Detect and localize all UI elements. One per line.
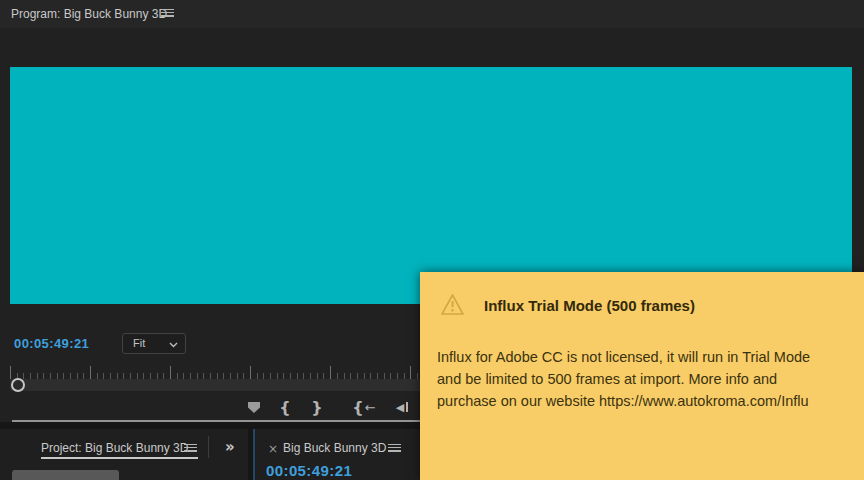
project-panel-menu-icon[interactable] <box>184 444 197 454</box>
go-to-in-icon: { <box>352 397 363 417</box>
popup-body: Influx for Adobe CC is not licensed, it … <box>437 346 864 412</box>
mark-out-button[interactable]: } <box>308 394 326 420</box>
left-arrow-icon: ← <box>365 400 376 415</box>
panel-menu-icon[interactable] <box>161 9 174 19</box>
mark-in-button[interactable]: { <box>276 394 294 420</box>
project-bin-item[interactable] <box>12 470 119 480</box>
popup-body-line: and be limited to 500 frames at import. … <box>437 368 864 390</box>
step-back-icon: ◀ <box>396 401 404 414</box>
influx-trial-popup: Influx Trial Mode (500 frames) Influx fo… <box>420 272 864 480</box>
zoom-level-select[interactable]: Fit <box>122 333 186 354</box>
tab-divider <box>208 436 209 458</box>
go-to-in-button[interactable]: { ← <box>350 394 378 420</box>
zoom-level-value: Fit <box>133 337 145 349</box>
popup-title: Influx Trial Mode (500 frames) <box>484 297 695 314</box>
mark-in-icon: { <box>279 398 290 417</box>
program-video-frame <box>10 67 852 304</box>
step-back-button[interactable]: ◀ <box>390 394 414 420</box>
add-marker-button[interactable] <box>243 394 265 420</box>
premiere-workspace: Program: Big Buck Bunny 3D 00:05:49:21 F… <box>0 0 864 480</box>
chevron-down-icon <box>169 342 178 348</box>
panel-overflow-button[interactable]: » <box>225 438 235 456</box>
step-back-bar-icon <box>406 402 408 412</box>
popup-body-line: purchase on our website https://www.auto… <box>437 390 864 412</box>
tab-sequence[interactable]: Big Buck Bunny 3D <box>283 441 386 455</box>
warning-icon <box>440 293 465 316</box>
program-panel-header: Program: Big Buck Bunny 3D <box>0 0 864 28</box>
playhead-timecode[interactable]: 00:05:49:21 <box>14 336 89 351</box>
timeline-panel-menu-icon[interactable] <box>388 444 401 454</box>
sequence-timecode[interactable]: 00:05:49:21 <box>266 462 352 479</box>
program-panel-title: Program: Big Buck Bunny 3D <box>11 7 167 21</box>
popup-body-line: Influx for Adobe CC is not licensed, it … <box>437 346 864 368</box>
tab-project[interactable]: Project: Big Buck Bunny 3D <box>41 441 188 455</box>
active-tab-underline <box>41 457 198 459</box>
mark-out-icon: } <box>311 398 322 417</box>
close-icon[interactable]: × <box>268 442 278 456</box>
playhead-handle[interactable] <box>11 378 25 392</box>
marker-icon <box>247 401 261 414</box>
